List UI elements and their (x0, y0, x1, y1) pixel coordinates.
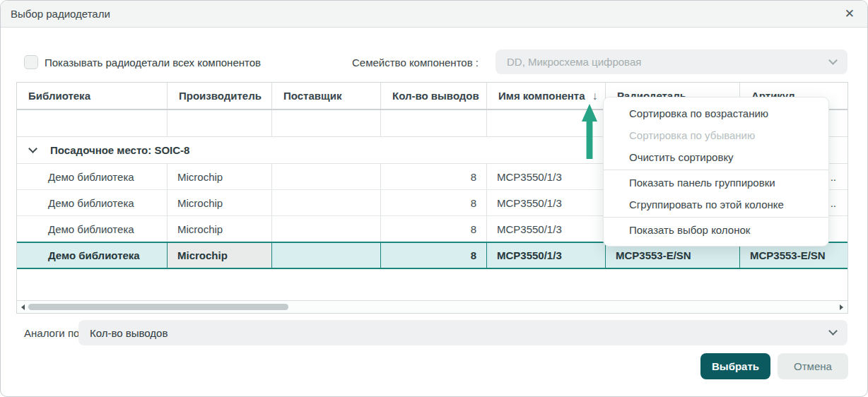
cell-manufacturer-focused[interactable]: Microchip (168, 243, 272, 268)
cell-supplier[interactable] (272, 164, 381, 189)
cell-article[interactable]: MCP3553-E/SN (740, 243, 848, 268)
analogs-by-value: Кол-во выводов (90, 327, 168, 339)
menu-item-sort-ascending[interactable]: Сортировка по возрастанию (604, 102, 828, 124)
cell-pins[interactable]: 8 (381, 164, 487, 189)
chevron-down-icon (828, 326, 838, 336)
cell-component[interactable]: MCP3550/1/3 (487, 190, 606, 215)
menu-item-show-group-panel[interactable]: Показать панель группировки (604, 172, 828, 194)
menu-divider (604, 170, 828, 170)
chevron-down-icon (828, 56, 838, 65)
menu-divider (604, 217, 828, 218)
chevron-down-icon (28, 144, 37, 153)
group-row-label: Посадочное место: SOIC-8 (50, 144, 189, 156)
component-family-select[interactable]: DD, Микросхема цифровая (495, 49, 848, 74)
cell-pins[interactable]: 8 (381, 243, 487, 268)
menu-item-sort-descending: Сортировка по убыванию (604, 124, 828, 146)
table-empty-area (17, 269, 848, 300)
cell-component[interactable]: MCP3550/1/3 (487, 216, 606, 242)
cell-manufacturer[interactable]: Microchip (168, 190, 272, 215)
filter-cell[interactable] (168, 110, 272, 136)
cell-library[interactable]: Демо библиотека (17, 164, 168, 189)
show-all-parts-checkbox[interactable] (24, 55, 38, 69)
show-all-parts-label: Показывать радиодетали всех компонентов (45, 57, 261, 69)
scroll-right-arrow-icon[interactable] (840, 304, 843, 310)
column-header-supplier[interactable]: Поставщик (272, 83, 381, 109)
menu-item-group-by-column[interactable]: Сгруппировать по этой колонке (604, 194, 828, 215)
scroll-left-arrow-icon[interactable] (21, 304, 25, 310)
filter-cell[interactable] (17, 110, 168, 136)
cell-library[interactable]: Демо библиотека (17, 243, 168, 268)
cell-manufacturer[interactable]: Microchip (168, 216, 272, 242)
column-header-library[interactable]: Библиотека (17, 83, 168, 109)
cell-supplier[interactable] (272, 243, 381, 268)
analogs-by-label: Аналоги по: (24, 327, 83, 339)
select-button[interactable]: Выбрать (700, 353, 770, 379)
cell-supplier[interactable] (272, 190, 381, 215)
part-selection-dialog: Выбор радиодетали ✕ Показывать радиодета… (0, 0, 868, 397)
column-header-component-name-label: Имя компонента (498, 90, 585, 102)
cell-pins[interactable]: 8 (381, 190, 487, 215)
analogs-by-select[interactable]: Кол-во выводов (78, 320, 848, 345)
column-header-manufacturer[interactable]: Производитель (168, 83, 272, 109)
sort-descending-icon: ↓ (592, 90, 598, 102)
component-family-label: Семейство компонентов : (352, 57, 479, 69)
close-icon[interactable]: ✕ (845, 8, 855, 20)
cell-manufacturer[interactable]: Microchip (168, 164, 272, 189)
menu-item-clear-sorting[interactable]: Очистить сортировку (604, 146, 828, 168)
scrollbar-thumb[interactable] (28, 304, 288, 310)
filter-cell[interactable] (272, 110, 381, 136)
menu-item-column-chooser[interactable]: Показать выбор колонок (604, 219, 828, 241)
dialog-title: Выбор радиодетали (11, 8, 110, 20)
horizontal-scrollbar[interactable] (17, 300, 848, 313)
cell-library[interactable]: Демо библиотека (17, 216, 168, 242)
cell-component[interactable]: MCP3550/1/3 (487, 243, 606, 268)
cell-part[interactable]: MCP3553-E/SN (606, 243, 740, 268)
cell-component[interactable]: MCP3550/1/3 (487, 164, 606, 189)
title-bar: Выбор радиодетали ✕ (1, 1, 867, 28)
annotation-up-arrow-icon (580, 104, 599, 159)
cancel-button[interactable]: Отмена (778, 353, 848, 379)
column-header-pins[interactable]: Кол-во выводов (381, 83, 487, 109)
component-family-value: DD, Микросхема цифровая (507, 56, 641, 68)
filter-cell[interactable] (381, 110, 487, 136)
column-context-menu: Сортировка по возрастанию Сортировка по … (603, 97, 829, 247)
cell-pins[interactable]: 8 (381, 216, 487, 242)
cell-supplier[interactable] (272, 216, 381, 242)
cell-library[interactable]: Демо библиотека (17, 190, 168, 215)
